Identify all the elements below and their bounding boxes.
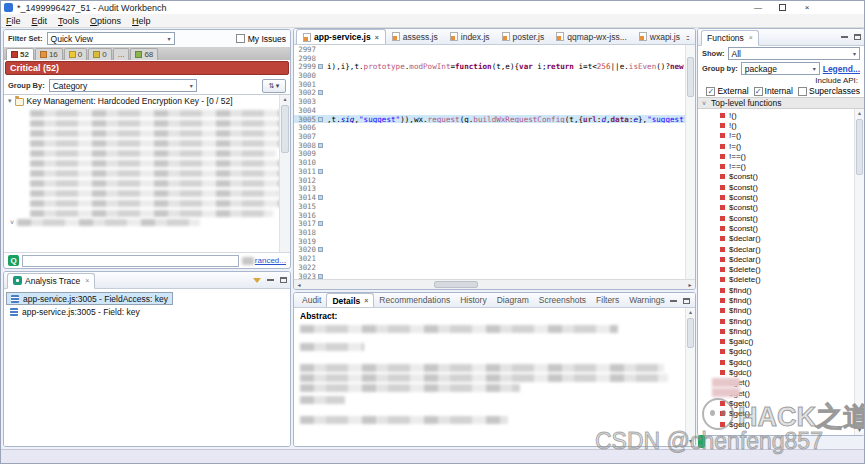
editor-vertical-scrollbar[interactable]: [685, 45, 695, 279]
function-item[interactable]: $find(): [698, 285, 864, 295]
function-item[interactable]: !=(): [698, 131, 864, 141]
scroll-left-icon[interactable]: ◂: [294, 281, 304, 288]
editor-tab-qqmap-wx-jss-[interactable]: qqmap-wx-jss...: [550, 29, 633, 44]
close-icon[interactable]: ×: [375, 34, 379, 41]
code-line[interactable]: 3018: [294, 228, 685, 237]
function-item[interactable]: $delete(): [698, 264, 864, 274]
editor-tab-index-js[interactable]: index.js: [444, 29, 496, 44]
function-item[interactable]: $declar(): [698, 244, 864, 254]
fold-marker-icon[interactable]: [318, 169, 323, 174]
chevron-expanded-icon[interactable]: ˅: [702, 100, 706, 107]
code-line[interactable]: 3003: [294, 97, 685, 106]
function-item[interactable]: $gdc(): [698, 357, 864, 367]
function-item[interactable]: !==(): [698, 161, 864, 171]
chevron-expanded-icon[interactable]: ▾: [8, 97, 12, 105]
function-item[interactable]: $get(): [698, 388, 864, 398]
code-line[interactable]: 3020: [294, 246, 685, 255]
function-item[interactable]: $const(): [698, 192, 864, 202]
code-line[interactable]: 3019: [294, 237, 685, 246]
function-item[interactable]: $const(): [698, 203, 864, 213]
maximize-icon[interactable]: [779, 4, 786, 11]
tab-warnings[interactable]: Warnings: [624, 293, 670, 307]
fold-marker-icon[interactable]: [318, 221, 323, 226]
code-line[interactable]: 3011: [294, 167, 685, 176]
menu-file[interactable]: File: [6, 16, 21, 26]
my-issues-checkbox[interactable]: [236, 34, 245, 43]
tab-functions[interactable]: Functions ×: [701, 30, 759, 46]
function-item[interactable]: $find(): [698, 306, 864, 316]
search-input[interactable]: [22, 255, 239, 267]
code-line[interactable]: 3001: [294, 80, 685, 89]
functions-scrollbar[interactable]: ▴▾: [854, 109, 864, 435]
tab-filters[interactable]: Filters: [591, 293, 624, 307]
tab-history[interactable]: History: [455, 293, 491, 307]
function-item[interactable]: $const(): [698, 172, 864, 182]
tab-audit[interactable]: Audit: [297, 293, 326, 307]
code-line[interactable]: 3007: [294, 132, 685, 141]
function-item[interactable]: $declar(): [698, 254, 864, 264]
function-item[interactable]: $gaic(): [698, 337, 864, 347]
fold-marker-icon[interactable]: [318, 64, 323, 69]
code-line[interactable]: 3002: [294, 89, 685, 98]
function-item[interactable]: $gdc(): [698, 347, 864, 357]
code-line[interactable]: 2999i),i},t.prototype.modPowInt=function…: [294, 62, 685, 71]
severity-tab-...[interactable]: ...: [113, 48, 130, 60]
maximize-icon[interactable]: [854, 34, 861, 40]
function-item[interactable]: $find(): [698, 295, 864, 305]
function-item[interactable]: !(): [698, 120, 864, 130]
code-line[interactable]: 3021: [294, 254, 685, 263]
code-line[interactable]: 2998: [294, 54, 685, 63]
scroll-right-icon[interactable]: ▸: [685, 281, 695, 288]
close-icon[interactable]: ×: [749, 34, 753, 41]
severity-tab-0[interactable]: 0: [64, 48, 87, 60]
code-line[interactable]: 3012: [294, 176, 685, 185]
sort-button[interactable]: ⇅▾: [262, 79, 286, 93]
tab-diagram[interactable]: Diagram: [492, 293, 534, 307]
function-item[interactable]: $get(): [698, 419, 864, 429]
fold-marker-icon[interactable]: [318, 247, 323, 252]
code-line[interactable]: 3009: [294, 150, 685, 159]
trace-node[interactable]: app-service.js:3005 - Field: key: [6, 305, 144, 318]
maximize-icon[interactable]: [683, 298, 690, 304]
editor-tab-poster-js[interactable]: poster.js: [496, 29, 551, 44]
filter-icon[interactable]: [253, 278, 261, 283]
editor-tab-wxapi-js[interactable]: wxapi.js: [633, 29, 686, 44]
issue-group-row-collapsed[interactable]: ˅: [10, 219, 272, 226]
close-icon[interactable]: ×: [85, 277, 89, 284]
checkbox-icon[interactable]: ✓: [754, 87, 763, 96]
editor-tab-assess-js[interactable]: assess.js: [386, 29, 444, 44]
function-item[interactable]: $get(): [698, 378, 864, 388]
severity-tab-0[interactable]: 0: [88, 48, 111, 60]
critical-banner[interactable]: Critical (52): [5, 61, 289, 75]
checkbox-internal[interactable]: ✓Internal: [754, 86, 793, 96]
chevron-collapsed-icon[interactable]: ˅: [10, 219, 14, 226]
function-item[interactable]: $const(): [698, 223, 864, 233]
code-line[interactable]: 3023: [294, 272, 685, 279]
code-line[interactable]: 2997: [294, 45, 685, 54]
scrollbar-thumb[interactable]: [434, 281, 478, 288]
fold-marker-icon[interactable]: [318, 274, 323, 279]
advanced-link[interactable]: ranced...: [242, 256, 286, 265]
menu-tools[interactable]: Tools: [58, 16, 79, 26]
editor-tab-app-service-js[interactable]: app-service.js×: [296, 29, 386, 44]
function-item[interactable]: $get(): [698, 398, 864, 408]
minimize-icon[interactable]: [670, 300, 677, 302]
tab-analysis-trace[interactable]: Analysis Trace ×: [7, 273, 95, 289]
function-item[interactable]: $declar(): [698, 234, 864, 244]
issue-group-row[interactable]: ▾ Key Management: Hardcoded Encryption K…: [4, 95, 290, 107]
minimize-icon[interactable]: [841, 36, 848, 38]
code-line[interactable]: 3015: [294, 202, 685, 211]
severity-tab-16[interactable]: 16: [35, 48, 63, 60]
code-line[interactable]: 3016: [294, 211, 685, 220]
maximize-icon[interactable]: [280, 277, 287, 283]
fold-marker-icon[interactable]: [318, 195, 323, 200]
tab-overflow-icon[interactable]: ::: [686, 34, 689, 41]
fold-marker-icon[interactable]: [318, 117, 323, 122]
function-item[interactable]: $find(): [698, 326, 864, 336]
issue-tree-scrollbar[interactable]: ▴: [279, 95, 290, 252]
function-item[interactable]: $get(): [698, 409, 864, 419]
checkbox-icon[interactable]: ✓: [706, 87, 715, 96]
scroll-down-icon[interactable]: ▾: [855, 426, 864, 434]
code-line[interactable]: 3010: [294, 158, 685, 167]
fold-marker-icon[interactable]: [318, 90, 323, 95]
